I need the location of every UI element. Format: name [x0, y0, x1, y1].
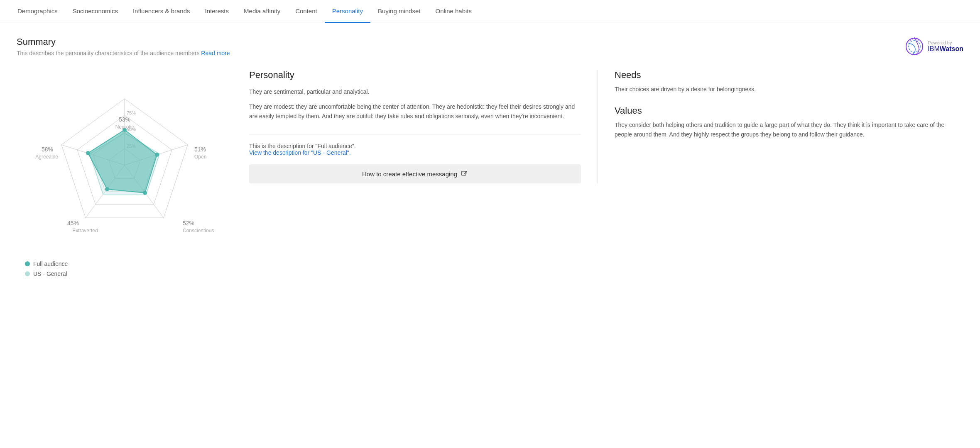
svg-text:Conscientious: Conscientious [183, 228, 214, 234]
watson-text: Powered by IBMWatson [928, 40, 963, 53]
needs-block: Needs Their choices are driven by a desi… [615, 70, 963, 94]
svg-text:58%: 58% [42, 146, 53, 153]
svg-marker-20 [88, 130, 157, 193]
svg-text:51%: 51% [194, 146, 206, 153]
personality-para-1: They are sentimental, particular and ana… [249, 87, 581, 96]
svg-text:45%: 45% [67, 220, 79, 226]
navigation-bar: DemographicsSocioeconomicsInfluencers & … [0, 0, 980, 23]
nav-item-personality[interactable]: Personality [325, 0, 370, 23]
svg-text:Neurotic: Neurotic [115, 124, 134, 130]
external-link-icon [461, 170, 468, 178]
needs-title: Needs [615, 70, 963, 80]
summary-header: Summary This describes the personality c… [17, 37, 963, 56]
watson-label: Watson [940, 45, 963, 52]
ibm-label: IBM [928, 45, 939, 52]
needs-body: Their choices are driven by a desire for… [615, 85, 963, 94]
powered-by-label: Powered by [928, 40, 952, 45]
nav-item-media-affinity[interactable]: Media affinity [236, 0, 288, 23]
personality-footer: This is the description for "Full audien… [249, 134, 581, 183]
values-title: Values [615, 105, 963, 116]
svg-point-25 [86, 151, 90, 155]
nav-item-buying-mindset[interactable]: Buying mindset [370, 0, 428, 23]
messaging-button[interactable]: How to create effective messaging [249, 164, 581, 183]
nav-item-interests[interactable]: Interests [198, 0, 237, 23]
svg-text:Agreeable: Agreeable [35, 154, 58, 160]
chart-legend: Full audience US - General [17, 261, 68, 277]
footer-text: This is the description for "Full audien… [249, 143, 581, 156]
watson-logo-icon [904, 37, 924, 56]
svg-point-22 [155, 153, 159, 157]
svg-text:53%: 53% [119, 116, 130, 123]
nav-item-demographics[interactable]: Demographics [10, 0, 65, 23]
summary-info: Summary This describes the personality c… [17, 37, 230, 56]
radar-svg: 50% 75% 25% [25, 70, 224, 252]
nav-item-content[interactable]: Content [288, 0, 325, 23]
svg-line-4 [918, 39, 919, 41]
us-general-dot [25, 271, 30, 276]
svg-text:Open: Open [194, 154, 206, 160]
needs-values-section: Needs Their choices are driven by a desi… [615, 70, 963, 139]
personality-para-2: They are modest: they are uncomfortable … [249, 102, 581, 121]
summary-subtitle: This describes the personality character… [17, 50, 230, 56]
nav-item-socioeconomics[interactable]: Socioeconomics [65, 0, 125, 23]
legend-full-audience: Full audience [25, 261, 68, 267]
radar-chart: 50% 75% 25% [25, 70, 224, 252]
svg-point-23 [143, 191, 147, 195]
ibm-watson-label: IBMWatson [928, 45, 963, 53]
legend-us-general: US - General [25, 270, 68, 277]
personality-body: They are sentimental, particular and ana… [249, 87, 581, 121]
summary-title: Summary [17, 37, 230, 47]
values-body: They consider both helping others and tr… [615, 120, 963, 139]
values-block: Values They consider both helping others… [615, 105, 963, 139]
personality-title: Personality [249, 70, 581, 80]
summary-subtitle-text: This describes the personality character… [17, 50, 199, 56]
svg-line-6 [910, 39, 911, 41]
radar-section: 50% 75% 25% [17, 70, 233, 277]
svg-point-24 [105, 187, 109, 191]
read-more-link[interactable]: Read more [201, 50, 230, 56]
watson-badge: Powered by IBMWatson [904, 37, 963, 56]
messaging-button-label: How to create effective messaging [362, 170, 457, 178]
svg-text:Extraverted: Extraverted [72, 228, 98, 234]
footer-description: This is the description for "Full audien… [249, 143, 356, 149]
us-general-label: US - General [33, 270, 67, 277]
svg-text:75%: 75% [127, 110, 136, 115]
content-grid: 50% 75% 25% [17, 70, 963, 277]
nav-item-influencers-brands[interactable]: Influencers & brands [125, 0, 198, 23]
full-audience-label: Full audience [33, 261, 68, 267]
svg-text:52%: 52% [183, 220, 194, 226]
view-us-general-link[interactable]: View the description for "US - General". [249, 149, 351, 156]
main-content: Summary This describes the personality c… [0, 23, 980, 290]
nav-item-online-habits[interactable]: Online habits [428, 0, 479, 23]
personality-section: Personality They are sentimental, partic… [249, 70, 598, 183]
full-audience-dot [25, 261, 30, 266]
